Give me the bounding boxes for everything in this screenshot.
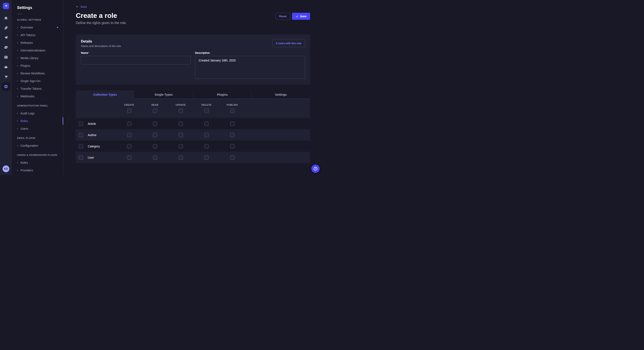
bullet-icon <box>17 73 18 74</box>
description-textarea[interactable]: Created January 16th, 2025 <box>195 56 305 79</box>
checkbox-category-create[interactable] <box>127 144 132 149</box>
bullet-icon <box>17 27 18 28</box>
sidebar-item-media-library[interactable]: Media Library <box>12 54 63 62</box>
reset-button[interactable]: Reset <box>275 13 290 20</box>
back-link[interactable]: Back <box>76 5 87 8</box>
checkbox-all-create[interactable] <box>127 109 132 113</box>
user-avatar[interactable]: KD <box>2 166 9 172</box>
help-button[interactable]: ? <box>311 165 320 173</box>
permissions-tabs: Collection Types Single Types Plugins Se… <box>76 90 310 99</box>
sidebar-item-providers[interactable]: Providers <box>12 167 63 174</box>
checkbox-category-update[interactable] <box>179 144 183 149</box>
layout-builder-icon[interactable] <box>2 53 10 61</box>
name-label: Name* <box>81 51 191 54</box>
tab-plugins[interactable]: Plugins <box>193 90 252 99</box>
checkbox-user-delete[interactable] <box>204 156 209 160</box>
checkbox-author-update[interactable] <box>179 133 183 137</box>
permissions-table: CREATE READ UPDATE DELETE <box>76 99 310 163</box>
section-users-permissions-plugin: USERS & PERMISSIONS PLUGIN Roles Provide… <box>12 153 63 174</box>
checkbox-author-all[interactable] <box>79 133 83 137</box>
checkbox-article-all[interactable] <box>79 122 83 126</box>
main-nav-rail: KD <box>0 0 12 175</box>
table-row-category: Category <box>76 141 310 152</box>
bullet-icon <box>17 58 18 58</box>
sidebar-item-roles-up[interactable]: Roles <box>12 159 63 167</box>
logo-section <box>0 0 12 12</box>
checkbox-user-create[interactable] <box>127 156 132 160</box>
sidebar-item-internationalization[interactable]: Internationalization <box>12 47 63 54</box>
page-title: Create a role <box>76 12 126 19</box>
checkbox-user-read[interactable] <box>153 156 157 160</box>
sidebar-item-review-workflows[interactable]: Review Workflows <box>12 70 63 77</box>
checkbox-author-delete[interactable] <box>204 133 209 137</box>
checkbox-user-update[interactable] <box>179 156 183 160</box>
checkbox-user-all[interactable] <box>79 156 83 160</box>
checkbox-category-read[interactable] <box>153 144 157 149</box>
checkbox-article-read[interactable] <box>153 122 157 126</box>
checkbox-article-update[interactable] <box>179 122 183 126</box>
column-update: UPDATE <box>168 104 194 113</box>
table-row-author: Author <box>76 129 310 141</box>
bullet-icon <box>17 113 18 114</box>
section-global-settings: GLOBAL SETTINGS Overview API Tokens Rele… <box>12 17 63 100</box>
column-delete: DELETE <box>194 104 219 113</box>
checkbox-all-delete[interactable] <box>204 109 209 113</box>
details-heading-block: Details Name and description of the role <box>81 39 121 48</box>
checkbox-all-publish[interactable] <box>230 109 234 113</box>
sidebar-item-overview[interactable]: Overview <box>12 24 63 31</box>
home-icon[interactable] <box>2 14 10 22</box>
section-header: ADMINISTRATION PANEL <box>12 103 63 109</box>
column-publish: PUBLISH <box>219 104 245 113</box>
header-spacer <box>245 104 310 113</box>
details-card-header: Details Name and description of the role… <box>81 39 305 48</box>
paper-plane-icon[interactable] <box>2 33 10 42</box>
bullet-icon <box>17 42 18 43</box>
tab-single-types[interactable]: Single Types <box>134 90 193 99</box>
sidebar-item-roles-admin[interactable]: Roles <box>12 117 63 125</box>
users-with-role-button[interactable]: 0 users with this role <box>272 39 305 47</box>
strapi-logo-icon[interactable] <box>3 3 9 9</box>
app-window: KD Settings GLOBAL SETTINGS Overview API… <box>0 0 322 175</box>
section-header: GLOBAL SETTINGS <box>12 17 63 23</box>
checkbox-user-publish[interactable] <box>230 156 234 160</box>
tab-collection-types[interactable]: Collection Types <box>76 90 134 99</box>
sidebar-item-webhooks[interactable]: Webhooks <box>12 93 63 100</box>
checkbox-all-read[interactable] <box>153 109 157 113</box>
sidebar-item-single-sign-on[interactable]: Single Sign-On <box>12 77 63 85</box>
bullet-icon <box>17 145 18 146</box>
bullet-icon <box>17 88 18 89</box>
page-subtitle: Define the rights given to the role <box>76 21 126 25</box>
checkbox-all-update[interactable] <box>179 109 183 113</box>
checkbox-category-publish[interactable] <box>230 144 234 149</box>
marketplace-cart-icon[interactable] <box>2 72 10 81</box>
checkbox-category-delete[interactable] <box>204 144 209 149</box>
settings-gear-icon[interactable] <box>2 82 10 91</box>
checkbox-article-delete[interactable] <box>204 122 209 126</box>
checkbox-article-create[interactable] <box>127 122 132 126</box>
description-field-group: Description Created January 16th, 2025 <box>195 51 305 80</box>
sidebar-item-configuration[interactable]: Configuration <box>12 142 63 150</box>
sidebar-item-transfer-tokens[interactable]: Transfer Tokens <box>12 85 63 93</box>
cloud-icon[interactable] <box>2 63 10 71</box>
sidebar-item-audit-logs[interactable]: Audit Logs <box>12 110 63 117</box>
page-heading-block: Create a role Define the rights given to… <box>76 12 126 25</box>
media-library-icon[interactable] <box>2 43 10 52</box>
checkbox-author-publish[interactable] <box>230 133 234 137</box>
description-label: Description <box>195 51 305 54</box>
content-manager-feather-icon[interactable] <box>2 24 10 32</box>
name-input[interactable] <box>81 56 191 64</box>
save-button[interactable]: Save <box>292 13 310 20</box>
permissions-section: Collection Types Single Types Plugins Se… <box>76 90 310 163</box>
sidebar-item-releases[interactable]: Releases <box>12 39 63 47</box>
checkbox-author-create[interactable] <box>127 133 132 137</box>
checkbox-article-publish[interactable] <box>230 122 234 126</box>
rail-nav-icons <box>2 14 10 91</box>
sidebar-item-api-tokens[interactable]: API Tokens <box>12 31 63 39</box>
arrow-left-icon <box>76 5 79 8</box>
checkbox-author-read[interactable] <box>153 133 157 137</box>
sidebar-item-users[interactable]: Users <box>12 125 63 133</box>
sidebar-item-plugins[interactable]: Plugins <box>12 62 63 70</box>
section-email-plugin: EMAIL PLUGIN Configuration <box>12 136 63 150</box>
tab-settings[interactable]: Settings <box>252 90 310 99</box>
checkbox-category-all[interactable] <box>79 144 83 149</box>
